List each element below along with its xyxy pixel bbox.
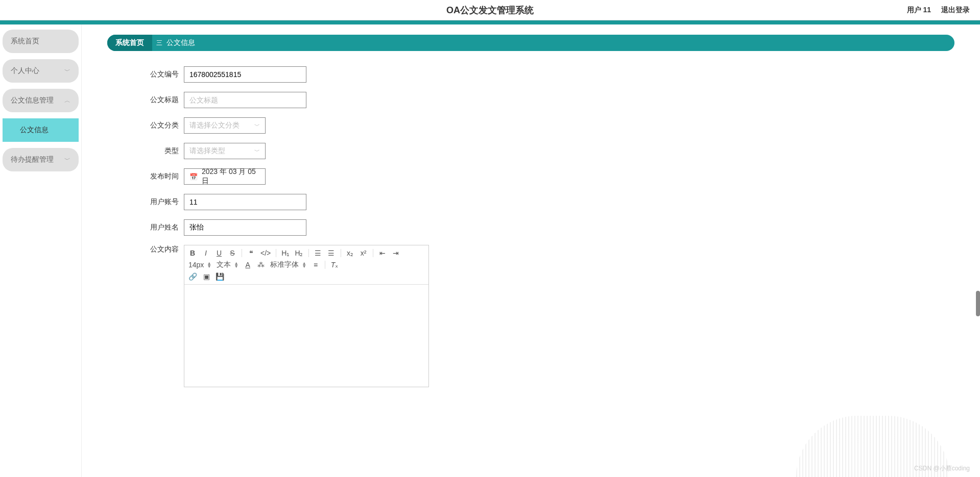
toolbar-row-2: 14px ▲▼ 文本 ▲▼ A ⁂ 标准字体 ▲▼: [188, 259, 424, 271]
ordered-list-icon[interactable]: ☰: [314, 249, 322, 257]
toolbar-separator: [242, 249, 242, 257]
label-doc-no: 公文编号: [148, 70, 179, 79]
select-doc-type[interactable]: 请选择类型 ﹀: [184, 143, 266, 159]
header-right: 用户 11 退出登录: [907, 6, 970, 15]
sidebar-item-todo[interactable]: 待办提醒管理 ﹀: [3, 148, 79, 171]
sidebar-item-label: 系统首页: [11, 37, 39, 46]
content: 系统首页 三 公文信息 公文编号 公文标题 公文分类 请选择公文分类 ﹀ 类型: [82, 24, 980, 477]
input-doc-no[interactable]: [184, 66, 306, 83]
watermark: CSDN @小蔡coding: [914, 464, 970, 473]
breadcrumb-separator-icon: 三: [152, 39, 166, 47]
font-family-value: 标准字体: [270, 260, 299, 269]
italic-icon[interactable]: I: [202, 249, 210, 257]
chevron-up-icon: ︿: [64, 96, 70, 105]
header: OA公文发文管理系统 用户 11 退出登录: [0, 0, 980, 20]
sort-arrows-icon: ▲▼: [234, 262, 238, 268]
sidebar-item-label: 待办提醒管理: [11, 155, 54, 164]
unordered-list-icon[interactable]: ☰: [327, 249, 336, 257]
calendar-icon: 📅: [189, 173, 198, 181]
editor-body[interactable]: [184, 285, 428, 387]
font-size-select[interactable]: 14px ▲▼: [188, 261, 211, 269]
breadcrumb-current: 公文信息: [166, 38, 195, 47]
paragraph-value: 文本: [217, 260, 231, 269]
input-doc-title[interactable]: [184, 92, 306, 108]
toolbar-separator: [373, 249, 373, 257]
main-layout: 系统首页 个人中心 ﹀ 公文信息管理 ︿ 公文信息 待办提醒管理 ﹀ 系统首页 …: [0, 24, 980, 477]
strikethrough-icon[interactable]: S: [228, 249, 236, 257]
code-icon[interactable]: </>: [260, 249, 271, 257]
sidebar-item-label: 公文信息管理: [11, 96, 54, 105]
h2-icon[interactable]: H₂: [295, 249, 303, 257]
label-publish-time: 发布时间: [148, 172, 179, 181]
bold-icon[interactable]: B: [188, 249, 197, 257]
date-value: 2023 年 03 月 05 日: [202, 167, 260, 186]
chevron-down-icon: ﹀: [254, 122, 260, 130]
label-doc-type: 类型: [148, 146, 179, 156]
row-doc-title: 公文标题: [148, 92, 954, 108]
chevron-down-icon: ﹀: [64, 156, 70, 164]
clear-format-icon[interactable]: Tₓ: [330, 261, 339, 269]
toolbar-row-1: B I U S ❝ </> H₁ H₂ ☰ ☰: [188, 247, 424, 259]
divider-bar: [0, 20, 980, 24]
sort-arrows-icon: ▲▼: [302, 262, 306, 268]
row-doc-category: 公文分类 请选择公文分类 ﹀: [148, 117, 954, 134]
breadcrumb-home[interactable]: 系统首页: [107, 35, 152, 51]
paragraph-select[interactable]: 文本 ▲▼: [217, 260, 238, 269]
font-size-value: 14px: [188, 261, 204, 269]
text-color-icon[interactable]: A: [244, 261, 252, 269]
editor-toolbar: B I U S ❝ </> H₁ H₂ ☰ ☰: [184, 245, 428, 285]
row-doc-no: 公文编号: [148, 66, 954, 83]
font-family-select[interactable]: 标准字体 ▲▼: [270, 260, 306, 269]
input-user-account[interactable]: [184, 194, 306, 210]
datepicker-publish-time[interactable]: 📅 2023 年 03 月 05 日: [184, 168, 266, 185]
toolbar-separator: [325, 261, 325, 269]
chevron-down-icon: ﹀: [64, 67, 70, 76]
toolbar-separator: [341, 249, 341, 257]
toolbar-separator: [276, 249, 276, 257]
image-icon[interactable]: ▣: [202, 272, 210, 281]
link-icon[interactable]: 🔗: [188, 272, 197, 281]
label-doc-content: 公文内容: [148, 245, 179, 254]
outdent-icon[interactable]: ⇤: [378, 249, 387, 257]
scrollbar-thumb[interactable]: [976, 291, 980, 316]
chevron-down-icon: ﹀: [254, 147, 260, 155]
align-icon[interactable]: ≡: [312, 261, 320, 269]
logout-button[interactable]: 退出登录: [941, 6, 970, 15]
superscript-icon[interactable]: x²: [360, 249, 368, 257]
label-doc-category: 公文分类: [148, 121, 179, 130]
toolbar-row-3: 🔗 ▣ 💾: [188, 271, 424, 282]
user-label[interactable]: 用户 11: [907, 6, 931, 15]
sort-arrows-icon: ▲▼: [207, 262, 211, 268]
h1-icon[interactable]: H₁: [281, 249, 290, 257]
select-placeholder: 请选择公文分类: [189, 121, 240, 130]
highlight-icon[interactable]: ⁂: [257, 261, 265, 269]
sidebar-item-doc-mgmt[interactable]: 公文信息管理 ︿: [3, 89, 79, 112]
label-user-account: 用户账号: [148, 197, 179, 207]
sidebar-item-home[interactable]: 系统首页: [3, 30, 79, 53]
sidebar: 系统首页 个人中心 ﹀ 公文信息管理 ︿ 公文信息 待办提醒管理 ﹀: [0, 24, 82, 477]
rich-editor: B I U S ❝ </> H₁ H₂ ☰ ☰: [184, 245, 429, 387]
input-user-name[interactable]: [184, 219, 306, 236]
sidebar-item-label: 个人中心: [11, 66, 39, 76]
select-doc-category[interactable]: 请选择公文分类 ﹀: [184, 117, 266, 134]
subscript-icon[interactable]: x₂: [346, 249, 354, 257]
form: 公文编号 公文标题 公文分类 请选择公文分类 ﹀ 类型 请选择类型 ﹀: [107, 66, 954, 387]
row-user-account: 用户账号: [148, 194, 954, 210]
indent-icon[interactable]: ⇥: [392, 249, 400, 257]
toolbar-separator: [308, 249, 309, 257]
breadcrumb: 系统首页 三 公文信息: [107, 35, 954, 51]
quote-icon[interactable]: ❝: [247, 249, 255, 257]
underline-icon[interactable]: U: [215, 249, 223, 257]
sidebar-subitem-label: 公文信息: [20, 125, 49, 134]
row-doc-content: 公文内容 B I U S ❝ </> H₁ H₂: [148, 245, 954, 387]
app-title: OA公文发文管理系统: [446, 4, 534, 16]
row-publish-time: 发布时间 📅 2023 年 03 月 05 日: [148, 168, 954, 185]
select-placeholder: 请选择类型: [189, 146, 225, 156]
label-doc-title: 公文标题: [148, 95, 179, 105]
label-user-name: 用户姓名: [148, 223, 179, 232]
row-doc-type: 类型 请选择类型 ﹀: [148, 143, 954, 159]
row-user-name: 用户姓名: [148, 219, 954, 236]
sidebar-item-personal[interactable]: 个人中心 ﹀: [3, 59, 79, 83]
sidebar-subitem-doc-info[interactable]: 公文信息: [3, 118, 79, 142]
save-icon[interactable]: 💾: [216, 272, 224, 281]
